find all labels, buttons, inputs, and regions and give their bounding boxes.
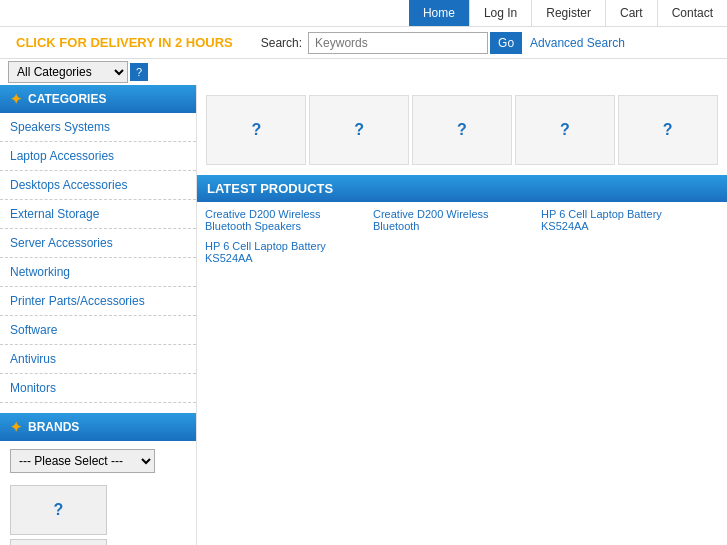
sidebar-item-software[interactable]: Software: [0, 316, 196, 345]
sidebar-item-speakers[interactable]: Speakers Systems: [0, 113, 196, 142]
nav-register[interactable]: Register: [532, 0, 606, 26]
sidebar-nav: Speakers Systems Laptop Accessories Desk…: [0, 113, 196, 403]
latest-products-header: LATEST PRODUCTS: [197, 175, 727, 202]
latest-products-section: LATEST PRODUCTS Creative D200 Wireless B…: [197, 175, 727, 270]
latest-product-0[interactable]: Creative D200 Wireless Bluetooth Speaker…: [205, 208, 365, 232]
featured-item-5: ?: [618, 95, 718, 165]
latest-product-1[interactable]: Creative D200 Wireless Bluetooth: [373, 208, 533, 232]
sidebar-item-printer[interactable]: Printer Parts/Accessories: [0, 287, 196, 316]
featured-icon-2: ?: [354, 121, 364, 139]
category-search-button[interactable]: ?: [130, 63, 148, 81]
sidebar-item-antivirus[interactable]: Antivirus: [0, 345, 196, 374]
featured-icon-3: ?: [457, 121, 467, 139]
category-select[interactable]: All Categories: [8, 61, 128, 83]
sidebar-item-monitors[interactable]: Monitors: [0, 374, 196, 403]
featured-item-4: ?: [515, 95, 615, 165]
categories-title-label: CATEGORIES: [28, 92, 106, 106]
categories-section-title: ✦ CATEGORIES: [0, 85, 196, 113]
sidebar-image-2: ?: [10, 539, 107, 545]
sidebar-item-server[interactable]: Server Accessories: [0, 229, 196, 258]
sidebar-image-1: ?: [10, 485, 107, 535]
delivery-banner: CLICK FOR DELIVERY IN 2 HOURS: [8, 31, 241, 54]
brands-title-label: BRANDS: [28, 420, 79, 434]
latest-product-2[interactable]: HP 6 Cell Laptop Battery KS524AA: [541, 208, 701, 232]
go-button[interactable]: Go: [490, 32, 522, 54]
header-bar: CLICK FOR DELIVERY IN 2 HOURS Search: Go…: [0, 27, 727, 59]
nav-contact[interactable]: Contact: [658, 0, 727, 26]
sidebar-item-desktops[interactable]: Desktops Accessories: [0, 171, 196, 200]
search-input[interactable]: [308, 32, 488, 54]
placeholder-icon-1: ?: [54, 501, 64, 519]
nav-home[interactable]: Home: [409, 0, 470, 26]
sidebar-item-external-storage[interactable]: External Storage: [0, 200, 196, 229]
category-row: All Categories ?: [0, 59, 727, 85]
featured-item-1: ?: [206, 95, 306, 165]
featured-icon-5: ?: [663, 121, 673, 139]
latest-product-3[interactable]: HP 6 Cell Laptop Battery KS524AA: [205, 240, 365, 264]
sidebar-item-laptop[interactable]: Laptop Accessories: [0, 142, 196, 171]
brands-select-wrap: --- Please Select ---: [0, 441, 196, 481]
search-label: Search:: [261, 36, 302, 50]
featured-item-3: ?: [412, 95, 512, 165]
nav-cart[interactable]: Cart: [606, 0, 658, 26]
star-icon: ✦: [10, 91, 22, 107]
top-nav: Home Log In Register Cart Contact: [0, 0, 727, 27]
featured-row: ? ? ? ? ?: [197, 85, 727, 175]
brands-star-icon: ✦: [10, 419, 22, 435]
content-area: ? ? ? ? ? LATEST PRODUCTS Creative D200 …: [197, 85, 727, 545]
nav-login[interactable]: Log In: [470, 0, 532, 26]
featured-item-2: ?: [309, 95, 409, 165]
brands-section: ✦ BRANDS --- Please Select ---: [0, 413, 196, 481]
search-area: Search: Go Advanced Search: [261, 32, 719, 54]
featured-icon-1: ?: [252, 121, 262, 139]
main-layout: ✦ CATEGORIES Speakers Systems Laptop Acc…: [0, 85, 727, 545]
brands-select[interactable]: --- Please Select ---: [10, 449, 155, 473]
sidebar-item-networking[interactable]: Networking: [0, 258, 196, 287]
advanced-search-link[interactable]: Advanced Search: [530, 36, 625, 50]
brands-section-title: ✦ BRANDS: [0, 413, 196, 441]
latest-products-list: Creative D200 Wireless Bluetooth Speaker…: [197, 202, 727, 270]
featured-icon-4: ?: [560, 121, 570, 139]
sidebar: ✦ CATEGORIES Speakers Systems Laptop Acc…: [0, 85, 197, 545]
